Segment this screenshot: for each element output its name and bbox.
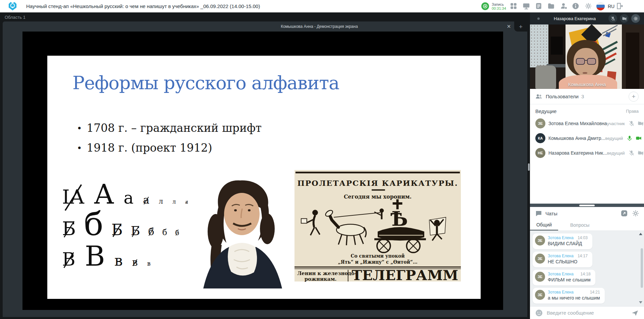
chat-header: Чаты xyxy=(530,207,644,220)
bullet-marker: • xyxy=(77,121,82,136)
app-logo-icon xyxy=(7,1,18,11)
video-settings-gear-icon[interactable] xyxy=(631,14,640,23)
message-author: Зотова Елена xyxy=(548,272,574,277)
participant-row[interactable]: ЗЕ Зотова Елена Михайловна участник xyxy=(530,116,644,131)
top-bar: Научный стенд-ап «Нешкольный русский: о … xyxy=(0,0,644,12)
slide-bullet-list: • 1708 г. – гражданский шрифт • 1918 г. … xyxy=(77,121,262,161)
mic-status-icon[interactable] xyxy=(627,135,633,141)
chat-panel: Чаты Общий Вопросы xyxy=(530,207,644,319)
scroll-down-icon[interactable] xyxy=(639,301,642,304)
add-tab-icon[interactable]: + xyxy=(519,23,523,30)
mic-muted-icon[interactable] xyxy=(608,14,617,23)
camera-status-icon[interactable] xyxy=(638,150,644,156)
alphabet-glyph: а xyxy=(123,189,133,207)
camera-muted-icon[interactable] xyxy=(620,14,629,23)
chat-bubble-icon xyxy=(535,210,542,217)
alphabet-glyph: Б xyxy=(131,224,140,238)
chat-settings-gear-icon[interactable] xyxy=(632,210,639,217)
group-label: Ведущие xyxy=(535,108,556,114)
message-text: а мы ничего не слышим xyxy=(548,295,600,301)
participant-name: Комышкова Анна Дмитр... xyxy=(548,136,605,141)
camera-status-icon[interactable] xyxy=(636,135,642,141)
settings-gear-icon[interactable] xyxy=(585,2,592,10)
participant-role: ведущий xyxy=(607,151,625,156)
participant-row[interactable]: КА Комышкова Анна Дмитр... ведущий xyxy=(530,131,644,146)
close-tab-icon[interactable]: ✕ xyxy=(504,21,513,32)
alphabet-glyph: А xyxy=(94,180,114,209)
chat-message: ЗЕ Зотова Елена 14:17 НЕ СЛЫШНО xyxy=(533,252,592,267)
user-settings-icon[interactable] xyxy=(560,2,568,10)
tv-background xyxy=(551,37,563,55)
alphabet-glyph: Б xyxy=(62,219,76,239)
shared-screen: Реформы русского алфавита • 1708 г. – гр… xyxy=(22,32,503,310)
share-tab-title: Комышкова Анна - Демонстрация экрана xyxy=(281,21,358,32)
chat-messages: ЗЕ Зотова Елена 14:03 ВИДИМ СЛАЙД ЗЕ xyxy=(530,231,644,306)
share-panel: Комышкова Анна - Демонстрация экрана ✕ +… xyxy=(3,21,527,317)
avatar: ЗЕ xyxy=(535,118,545,128)
notes-icon[interactable] xyxy=(535,2,542,10)
message-input[interactable] xyxy=(547,310,627,316)
add-user-button[interactable]: + xyxy=(629,92,639,102)
panel-resize-handle[interactable] xyxy=(530,204,644,207)
old-alphabet-figure: ІААаалла БбББббб ВВввв xyxy=(62,180,188,271)
avatar: КА xyxy=(535,133,545,143)
window-background xyxy=(530,24,551,67)
door-background xyxy=(626,33,639,89)
alphabet-row-v: ВВввв xyxy=(62,242,188,271)
message-time: 14:03 xyxy=(578,235,588,241)
emoji-icon[interactable] xyxy=(535,309,543,317)
webcam-name-label: Комышкова Анна xyxy=(530,82,644,87)
participant-name: Назарова Екатерина Ник... xyxy=(548,150,607,156)
screen-share-icon[interactable] xyxy=(523,2,530,10)
svg-text:Ленин к железнодо-: Ленин к железнодо- xyxy=(297,270,357,276)
send-icon[interactable] xyxy=(631,309,639,317)
tab-general[interactable]: Общий xyxy=(530,220,558,230)
participant-row[interactable]: НЕ Назарова Екатерина Ник... ведущий xyxy=(530,146,644,160)
alphabet-row-a: ІААаалла xyxy=(62,180,188,209)
users-panel: Пользователи 3 + Ведущие Права ЗЕ Зотова… xyxy=(530,89,644,204)
svg-text:„Ять“ и „Ижицу“ с „Ѳитой“…: „Ять“ и „Ижицу“ с „Ѳитой“… xyxy=(338,259,417,265)
avatar: НЕ xyxy=(535,148,545,158)
chat-message: ЗЕ Зотова Елена 14:21 а мы ничего не слы… xyxy=(533,288,605,304)
alphabet-row-b: БбББббб xyxy=(62,207,188,241)
language-code[interactable]: RU xyxy=(608,0,614,12)
recording-label: Запись xyxy=(492,2,506,6)
popout-chat-icon[interactable] xyxy=(621,210,628,217)
message-text: НЕ СЛЫШНО xyxy=(548,259,588,265)
mic-status-icon[interactable] xyxy=(629,150,635,156)
bullet-text: 1708 г. – гражданский шрифт xyxy=(87,121,262,136)
recording-indicator: Запись 00:31:34 xyxy=(481,2,506,10)
mic-status-icon[interactable] xyxy=(629,120,635,126)
message-author: Зотова Елена xyxy=(548,235,574,241)
layout-grid-icon[interactable] xyxy=(510,2,517,10)
main-area-scrollbar[interactable] xyxy=(528,163,530,171)
chat-scrollbar[interactable] xyxy=(641,248,643,288)
participant-name: Зотова Елена Михайловна xyxy=(548,121,607,126)
message-list: ЗЕ Зотова Елена 14:03 ВИДИМ СЛАЙД ЗЕ xyxy=(533,233,644,304)
exit-icon[interactable] xyxy=(616,2,623,10)
files-folder-icon[interactable] xyxy=(547,2,555,10)
alphabet-glyph: ІА xyxy=(62,187,85,207)
recording-timer: 00:31:34 xyxy=(492,6,506,10)
drag-pill xyxy=(579,205,595,206)
info-icon[interactable] xyxy=(572,2,579,10)
person-glasses xyxy=(574,58,598,65)
alphabet-glyph: б xyxy=(175,229,179,236)
bullet-marker: • xyxy=(77,141,82,155)
users-panel-header: Пользователи 3 + xyxy=(530,89,644,104)
bullet-text: 1918 г. (проект 1912) xyxy=(87,141,212,155)
scroll-up-icon[interactable] xyxy=(639,233,642,235)
camera-status-icon[interactable] xyxy=(638,120,644,126)
presentation-slide: Реформы русского алфавита • 1708 г. – гр… xyxy=(47,56,481,299)
users-icon xyxy=(535,93,542,100)
message-time: 14:21 xyxy=(590,290,600,295)
alphabet-glyph: в xyxy=(132,257,138,268)
svg-text:ПРОЛЕТАРСКІЯ КАРИКАТУРЫ.: ПРОЛЕТАРСКІЯ КАРИКАТУРЫ. xyxy=(297,179,458,188)
message-text: ФИЛЬМ не слышим xyxy=(548,277,591,283)
avatar: ЗЕ xyxy=(535,272,545,282)
tab-questions[interactable]: Вопросы xyxy=(566,220,593,230)
message-text: ВИДИМ СЛАЙД xyxy=(548,241,588,247)
language-flag-icon[interactable] xyxy=(596,2,605,10)
webinar-app-window: Научный стенд-ап «Нешкольный русский: о … xyxy=(0,0,644,319)
chat-message: ЗЕ Зотова Елена 14:18 ФИЛЬМ не слышим xyxy=(533,270,595,285)
